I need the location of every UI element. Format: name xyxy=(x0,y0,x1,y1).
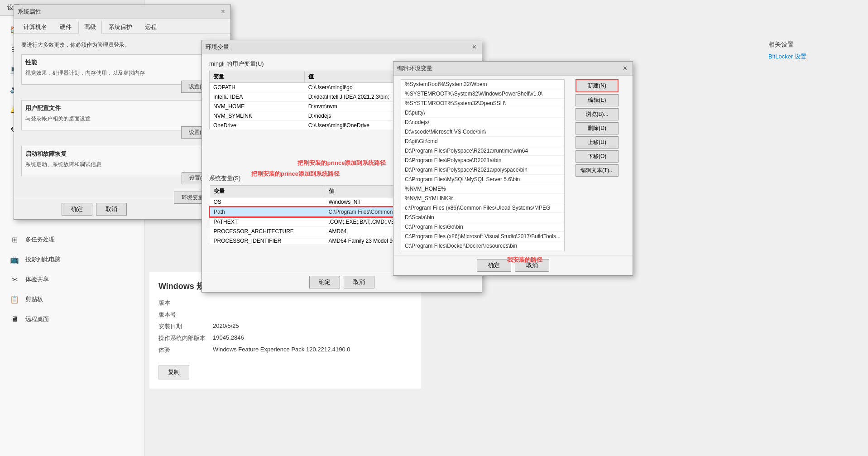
sysprop-titlebar: 系统属性 × xyxy=(14,5,230,19)
edit-env-item[interactable]: C:\Program Files (x86)\Microsoft Visual … xyxy=(401,232,564,241)
envvar-cancel-button[interactable]: 取消 xyxy=(344,276,374,288)
startup-title: 启动和故障恢复 xyxy=(25,150,219,158)
user-var-name: GOPATH xyxy=(210,83,305,92)
edit-env-item[interactable]: D:\Program Files\Polyspace\R2021a\bin xyxy=(401,156,564,165)
share-icon: ✂ xyxy=(9,274,20,285)
performance-title: 性能 xyxy=(25,58,219,67)
edit-env-down-button[interactable]: 下移(O) xyxy=(575,150,619,163)
remote-icon: 🖥 xyxy=(9,314,20,325)
sysprop-tabs: 计算机名 硬件 高级 系统保护 远程 xyxy=(14,19,230,34)
sidebar-item-multitask[interactable]: ⊞ 多任务处理 xyxy=(0,230,144,250)
edit-env-item[interactable]: C:\Program Files\Docker\Docker\resources… xyxy=(401,241,564,251)
sysprop-cancel-button[interactable]: 取消 xyxy=(96,203,127,216)
sys-var-name: PROCESSOR_ARCHITECTURE xyxy=(210,227,325,236)
info-row-version: 版本 xyxy=(158,299,412,307)
edit-env-item[interactable]: D:\nodejs\ xyxy=(401,118,564,127)
os-build-value: 19045.2846 xyxy=(213,334,244,342)
version-label: 版本 xyxy=(158,299,213,307)
edit-env-item[interactable]: %NVM_SYMLINK% xyxy=(401,194,564,203)
user-var-name: NVM_SYMLINK xyxy=(210,111,305,121)
user-profiles-text: 与登录帐户相关的桌面设置 xyxy=(25,115,219,123)
sysprop-body: 要进行大多数更改，你必须作为管理员登录。 性能 视觉效果，处理器计划，内存使用，… xyxy=(14,34,230,199)
edit-env-item[interactable]: D:\Program Files\Polyspace\R2021a\polysp… xyxy=(401,165,564,175)
user-var-name: OneDrive xyxy=(210,121,305,130)
edit-env-close-button[interactable]: × xyxy=(621,64,629,72)
experience-value: Windows Feature Experience Pack 120.2212… xyxy=(213,346,350,354)
clipboard-icon: 📋 xyxy=(9,294,20,305)
sidebar-item-remote[interactable]: 🖥 远程桌面 xyxy=(0,309,144,329)
sysprop-title: 系统属性 xyxy=(18,8,41,16)
edit-env-item[interactable]: D:\vscode\Microsoft VS Code\bin\ xyxy=(401,127,564,137)
related-settings-title: 相关设置 xyxy=(768,41,859,49)
edit-env-ok-button[interactable]: 确定 xyxy=(477,259,511,272)
edit-env-item[interactable]: D:\git\Git\cmd xyxy=(401,137,564,146)
info-row-version-num: 版本号 xyxy=(158,311,412,319)
startup-text: 系统启动、系统故障和调试信息 xyxy=(25,161,219,168)
edit-env-browse-button[interactable]: 浏览(B)... xyxy=(575,108,619,120)
info-row-os-build: 操作系统内部版本 19045.2846 xyxy=(158,334,412,342)
sysprop-close-button[interactable]: × xyxy=(219,8,227,16)
version-num-label: 版本号 xyxy=(158,311,213,319)
project-icon: 📺 xyxy=(9,254,20,265)
sysprop-dialog: 系统属性 × 计算机名 硬件 高级 系统保护 远程 要进行大多数更改，你必须作为… xyxy=(14,5,231,220)
envvar-ok-button[interactable]: 确定 xyxy=(309,276,340,288)
tab-system-protection[interactable]: 系统保护 xyxy=(103,21,138,34)
edit-env-item[interactable]: %SYSTEMROOT%\System32\OpenSSH\ xyxy=(401,99,564,108)
performance-section: 性能 视觉效果，处理器计划，内存使用，以及虚拟内存 设置(S)... xyxy=(21,54,223,93)
performance-text: 视觉效果，处理器计划，内存使用，以及虚拟内存 xyxy=(25,69,219,77)
sys-var-name: PROCESSOR_IDENTIFIER xyxy=(210,236,325,245)
experience-label: 体验 xyxy=(158,346,213,354)
sidebar-item-clipboard[interactable]: 📋 剪贴板 xyxy=(0,289,144,309)
remote-label: 远程桌面 xyxy=(25,315,49,323)
tab-remote[interactable]: 远程 xyxy=(139,21,163,34)
edit-env-delete-button[interactable]: 删除(D) xyxy=(575,122,619,134)
install-date-value: 2020/5/25 xyxy=(213,322,239,331)
user-var-name: IntelliJ IDEA xyxy=(210,92,305,102)
path-annotation: 我安装的路径 xyxy=(507,256,542,264)
sysprop-ok-button[interactable]: 确定 xyxy=(62,203,92,216)
edit-env-item[interactable]: D:\putty\ xyxy=(401,108,564,118)
add-path-annotation: 把刚安装的prince添加到系统路径 xyxy=(297,159,386,166)
user-var-name: NVM_HOME xyxy=(210,102,305,111)
sidebar-item-project[interactable]: 📺 投影到此电脑 xyxy=(0,250,144,269)
edit-env-item[interactable]: c:\Program Files (x86)\Common Files\Ulea… xyxy=(401,203,564,213)
copy-button[interactable]: 复制 xyxy=(158,365,189,379)
tab-computer-name[interactable]: 计算机名 xyxy=(18,21,53,34)
sys-col-name-header: 变量 xyxy=(210,186,325,197)
multitask-label: 多任务处理 xyxy=(25,235,55,244)
edit-env-title: 编辑环境变量 xyxy=(397,64,432,72)
edit-env-new-button[interactable]: 新建(N) xyxy=(575,79,619,92)
edit-env-list: %SystemRoot%\System32\Wbem%SYSTEMROOT%\S… xyxy=(401,79,565,251)
sidebar-item-share[interactable]: ✂ 体验共享 xyxy=(0,269,144,289)
edit-env-buttons: 新建(N) 编辑(E) 浏览(B)... 删除(D) 上移(U) 下移(O) 编… xyxy=(572,76,622,255)
bitlocker-link[interactable]: BitLocker 设置 xyxy=(768,53,859,61)
top-annotation: 把刚安装的prince添加到系统路径 xyxy=(251,170,340,178)
edit-env-item[interactable]: %NVM_HOME% xyxy=(401,184,564,194)
edit-env-dialog: 编辑环境变量 × %SystemRoot%\System32\Wbem%SYST… xyxy=(393,61,633,276)
edit-env-item[interactable]: %SYSTEMROOT%\System32\WindowsPowerShell\… xyxy=(401,89,564,99)
install-date-label: 安装日期 xyxy=(158,322,213,331)
startup-section: 启动和故障恢复 系统启动、系统故障和调试信息 设置(T)... xyxy=(21,146,223,184)
edit-env-up-button[interactable]: 上移(U) xyxy=(575,136,619,149)
sys-var-name: OS xyxy=(210,197,325,207)
edit-env-item[interactable]: D:\Program Files\Polyspace\R2021a\runtim… xyxy=(401,146,564,156)
edit-env-item[interactable]: %SystemRoot%\System32\Wbem xyxy=(401,80,564,89)
project-label: 投影到此电脑 xyxy=(25,255,61,264)
os-build-label: 操作系统内部版本 xyxy=(158,334,213,342)
user-profiles-section: 用户配置文件 与登录帐户相关的桌面设置 设置(E)... xyxy=(21,100,223,139)
edit-env-edit-text-button[interactable]: 编辑文本(T)... xyxy=(575,164,619,177)
info-row-experience: 体验 Windows Feature Experience Pack 120.2… xyxy=(158,346,412,354)
envvar-close-button[interactable]: × xyxy=(470,43,478,51)
edit-env-edit-button[interactable]: 编辑(E) xyxy=(575,94,619,106)
edit-env-item[interactable]: D:\Scala\bin xyxy=(401,213,564,222)
tab-advanced[interactable]: 高级 xyxy=(78,21,102,34)
edit-env-item[interactable]: C:\Program Files\MySQL\MySQL Server 5.6\… xyxy=(401,175,564,184)
edit-env-item[interactable]: C:\ProgramData\DockerDesktop\version-bin xyxy=(401,251,564,251)
admin-notice: 要进行大多数更改，你必须作为管理员登录。 xyxy=(21,41,223,49)
tab-hardware[interactable]: 硬件 xyxy=(54,21,77,34)
edit-env-item[interactable]: C:\Program Files\Go\bin xyxy=(401,222,564,232)
share-label: 体验共享 xyxy=(25,275,49,283)
sysprop-footer: 确定 取消 xyxy=(14,199,174,219)
envvar-titlebar: 环境变量 × xyxy=(202,40,482,54)
sys-var-name: PATHEXT xyxy=(210,217,325,227)
